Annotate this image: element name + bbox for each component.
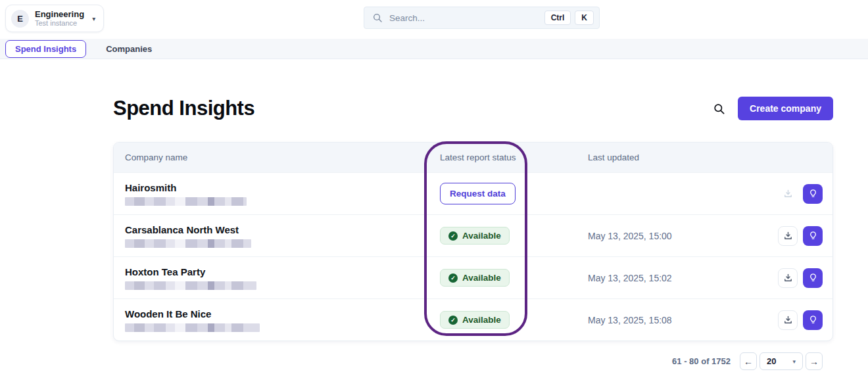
check-icon: ✓ (448, 231, 458, 241)
download-button-disabled (778, 184, 798, 204)
download-icon (783, 315, 793, 325)
header-actions: Create company (713, 97, 833, 120)
last-updated: May 13, 2025, 15:02 (588, 273, 777, 283)
table-header-row: Company name Latest report status Last u… (114, 143, 832, 172)
previous-page-button[interactable]: ← (740, 352, 757, 370)
request-data-button[interactable]: Request data (440, 183, 516, 204)
download-icon (783, 273, 793, 283)
status-label: Available (462, 231, 501, 241)
table-row: Carsablanca North West ✓ Available May 1… (114, 214, 832, 256)
download-icon (783, 231, 793, 241)
workspace-avatar: E (11, 10, 29, 28)
tab-bar: Spend Insights Companies (0, 39, 868, 59)
company-cell: Hairosmith (114, 182, 440, 206)
pagination-range-label: 61 - 80 of 1752 (672, 356, 731, 366)
lightbulb-icon (808, 315, 818, 325)
status-badge-available: ✓ Available (440, 311, 510, 329)
global-search-input[interactable]: Search... Ctrl K (364, 7, 600, 29)
pager-controls: ← 20 ▾ → (740, 352, 823, 370)
shortcut-key-ctrl: Ctrl (544, 11, 571, 25)
top-bar: E Engineering Test instance ▾ Search... … (0, 0, 868, 39)
status-badge-available: ✓ Available (440, 269, 510, 287)
download-button[interactable] (778, 310, 798, 330)
column-header-latest-report-status: Latest report status (440, 153, 588, 162)
last-updated: May 13, 2025, 15:00 (588, 231, 777, 241)
workspace-switcher[interactable]: E Engineering Test instance ▾ (5, 5, 104, 32)
search-placeholder: Search... (389, 13, 425, 23)
check-icon: ✓ (448, 316, 458, 325)
pagination: 61 - 80 of 1752 ← 20 ▾ → (113, 352, 833, 370)
next-page-button[interactable]: → (806, 352, 823, 370)
check-icon: ✓ (448, 273, 458, 283)
download-button[interactable] (778, 226, 798, 246)
tab-companies[interactable]: Companies (97, 41, 161, 57)
companies-table: Company name Latest report status Last u… (113, 142, 833, 341)
insights-button[interactable] (803, 268, 823, 288)
row-actions (777, 184, 832, 204)
table-row: Hairosmith Request data (114, 172, 832, 214)
page: E Engineering Test instance ▾ Search... … (0, 0, 868, 378)
row-actions (777, 268, 832, 288)
company-name[interactable]: Wooden It Be Nice (125, 308, 440, 319)
table-row: Hoxton Tea Party ✓ Available May 13, 202… (114, 256, 832, 298)
arrow-left-icon: ← (744, 356, 753, 367)
status-label: Available (462, 315, 501, 325)
lightbulb-icon (808, 273, 818, 283)
page-size-select[interactable]: 20 ▾ (760, 352, 803, 370)
redacted-text (125, 239, 251, 248)
status-cell: ✓ Available (440, 227, 588, 245)
search-button[interactable] (713, 103, 725, 115)
redacted-text (125, 197, 247, 206)
shortcut-key-k: K (575, 11, 594, 25)
status-label: Available (462, 273, 501, 283)
lightbulb-icon (808, 231, 818, 241)
column-header-last-updated: Last updated (588, 153, 777, 162)
search-icon (372, 12, 383, 23)
table-row: Wooden It Be Nice ✓ Available May 13, 20… (114, 298, 832, 341)
status-cell: Request data (440, 183, 588, 204)
company-cell: Wooden It Be Nice (114, 308, 440, 332)
page-size-value: 20 (767, 356, 776, 366)
status-badge-available: ✓ Available (440, 227, 510, 245)
chevron-down-icon: ▾ (92, 15, 95, 22)
row-actions (777, 226, 832, 246)
page-title: Spend Insights (113, 97, 254, 120)
chevron-down-icon: ▾ (792, 358, 796, 365)
arrow-right-icon: → (809, 356, 819, 367)
main-content: Spend Insights Create company Company na… (113, 97, 833, 370)
column-header-company-name: Company name (114, 153, 440, 162)
workspace-text: Engineering Test instance (35, 9, 84, 28)
status-cell: ✓ Available (440, 269, 588, 287)
company-name[interactable]: Hoxton Tea Party (125, 266, 440, 277)
page-header: Spend Insights Create company (113, 97, 833, 120)
insights-button[interactable] (803, 184, 823, 204)
last-updated: May 13, 2025, 15:08 (588, 315, 777, 325)
company-cell: Hoxton Tea Party (114, 266, 440, 290)
workspace-name: Engineering (35, 9, 84, 19)
download-icon (783, 189, 793, 199)
redacted-text (125, 323, 260, 332)
redacted-text (125, 281, 256, 290)
insights-button[interactable] (803, 226, 823, 246)
company-name[interactable]: Hairosmith (125, 182, 440, 193)
company-cell: Carsablanca North West (114, 224, 440, 248)
download-button[interactable] (778, 268, 798, 288)
company-name[interactable]: Carsablanca North West (125, 224, 440, 235)
search-icon (713, 103, 725, 115)
insights-button[interactable] (803, 310, 823, 330)
status-cell: ✓ Available (440, 311, 588, 329)
tab-spend-insights[interactable]: Spend Insights (5, 40, 86, 58)
lightbulb-icon (808, 189, 818, 199)
workspace-subtitle: Test instance (35, 19, 84, 28)
create-company-button[interactable]: Create company (738, 97, 833, 120)
row-actions (777, 310, 832, 330)
